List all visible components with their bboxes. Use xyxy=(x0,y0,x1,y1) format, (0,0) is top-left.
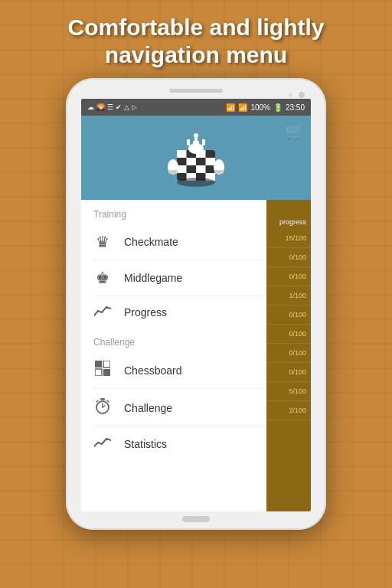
phone-screen: ☁ 🌄 ☰ ✔ △ ▷ 📶 📶 100% 🔋 23:50 xyxy=(81,99,311,511)
chess-logo xyxy=(158,127,234,188)
status-icons-left: ☁ 🌄 ☰ ✔ △ ▷ xyxy=(87,103,137,111)
svg-rect-23 xyxy=(103,369,110,376)
svg-rect-27 xyxy=(100,398,105,400)
status-bar: ☁ 🌄 ☰ ✔ △ ▷ 📶 📶 100% 🔋 23:50 xyxy=(81,99,311,116)
svg-rect-11 xyxy=(187,139,190,145)
nav-menu: Training ♛ Checkmate ♚ Middlegame Progre… xyxy=(81,200,311,511)
middlegame-label: Middlegame xyxy=(124,272,182,284)
progress-item-4: 0/100 xyxy=(266,305,311,325)
svg-line-29 xyxy=(107,400,109,402)
svg-rect-4 xyxy=(206,158,216,165)
chart-icon xyxy=(93,305,112,319)
svg-point-14 xyxy=(194,133,198,138)
svg-rect-22 xyxy=(95,369,102,376)
progress-item-9: 2/100 xyxy=(266,401,311,420)
svg-rect-6 xyxy=(196,165,206,173)
king-icon: ♚ xyxy=(93,269,112,287)
phone-mockup: ☁ 🌄 ☰ ✔ △ ▷ 📶 📶 100% 🔋 23:50 xyxy=(66,78,326,530)
svg-rect-18 xyxy=(214,170,224,174)
svg-rect-3 xyxy=(187,158,197,165)
stats-icon xyxy=(93,436,112,452)
phone-camera2 xyxy=(289,93,292,97)
page-header: Comfortable and lightly navigation menu xyxy=(52,0,339,78)
progress-label: Progress xyxy=(124,306,167,318)
progress-header: progress xyxy=(266,217,311,229)
challenge-label: Challenge xyxy=(124,402,172,414)
progress-item-1: 0/100 xyxy=(266,248,311,267)
progress-item-8: 5/100 xyxy=(266,382,311,401)
progress-item-3: 1/100 xyxy=(266,286,311,305)
queen-icon: ♛ xyxy=(93,233,112,251)
checkmate-label: Checkmate xyxy=(124,236,178,248)
chess-logo-svg xyxy=(158,127,234,188)
svg-line-28 xyxy=(96,400,98,402)
phone-home-button[interactable] xyxy=(182,516,210,522)
header-line2: navigation menu xyxy=(105,42,287,67)
svg-point-19 xyxy=(177,178,215,187)
chessboard-label: Chessboard xyxy=(124,364,182,377)
header-line1: Comfortable and lightly xyxy=(67,15,324,40)
battery-percent: 100% xyxy=(250,103,270,112)
progress-item-2: 0/100 xyxy=(266,267,311,286)
svg-rect-21 xyxy=(103,361,110,368)
statistics-label: Statistics xyxy=(124,438,167,450)
phone-camera xyxy=(299,92,305,98)
progress-item-0: 15/100 xyxy=(266,229,311,248)
status-icons-right: 📶 📶 100% 🔋 23:50 xyxy=(226,103,305,112)
progress-item-6: 0/100 xyxy=(266,344,311,363)
progress-item-5: 0/100 xyxy=(266,325,311,344)
cart-button[interactable]: 🛒 xyxy=(286,122,305,140)
phone-speaker xyxy=(169,89,223,93)
timer-icon xyxy=(93,397,112,418)
progress-panel: progress 15/100 0/100 0/100 1/100 0/100 … xyxy=(266,200,311,511)
svg-rect-1 xyxy=(177,150,187,158)
clock: 23:50 xyxy=(286,103,305,112)
grid-icon xyxy=(93,361,112,380)
progress-item-7: 0/100 xyxy=(266,363,311,382)
svg-rect-12 xyxy=(202,139,205,145)
app-header: 🛒 xyxy=(81,116,311,200)
svg-rect-16 xyxy=(168,170,178,174)
svg-rect-20 xyxy=(95,361,102,368)
